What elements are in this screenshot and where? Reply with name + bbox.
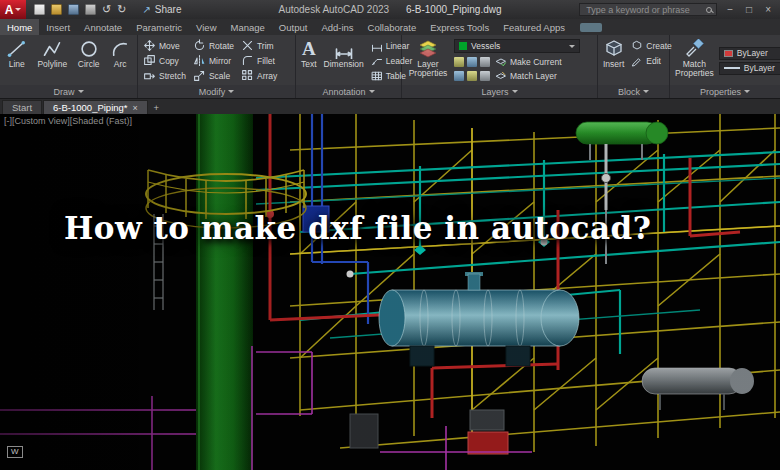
table-icon [371, 70, 383, 82]
text-icon: A [302, 39, 316, 59]
arc-icon [110, 39, 130, 59]
properties-panel-label[interactable]: Properties [670, 85, 780, 98]
ribbon: Line Polyline Circle Arc Draw Move Copy … [0, 35, 780, 99]
green-column [146, 114, 306, 470]
make-current-tool[interactable]: Make Current [493, 55, 564, 70]
close-button[interactable]: × [762, 4, 774, 15]
maximize-button[interactable]: □ [743, 4, 755, 15]
panel-dropdown-icon [78, 90, 84, 93]
minimize-button[interactable]: − [724, 4, 736, 15]
stretch-icon [143, 69, 156, 82]
fillet-tool[interactable]: Fillet [239, 53, 279, 68]
circle-icon [79, 39, 99, 59]
titlebar: A ↺ ↻ ↗ Share Autodesk AutoCAD 2023 6-B-… [0, 0, 780, 19]
plot-icon[interactable] [85, 4, 96, 15]
undo-icon[interactable]: ↺ [102, 4, 111, 15]
tab-output[interactable]: Output [272, 19, 315, 35]
line-icon [7, 39, 27, 59]
panel-layers: Layer Properties Vessels Make Current [402, 35, 598, 98]
arc-tool[interactable]: Arc [108, 38, 132, 85]
panel-annotation: A Text Dimension Linear Leader Table Ann… [296, 35, 402, 98]
file-tab-bar: Start 6-B-1000_Piping* × + [0, 99, 780, 114]
drawing-canvas[interactable]: [-][Custom View][Shaded (Fast)] W How to… [0, 114, 780, 470]
tab-collaborate[interactable]: Collaborate [361, 19, 424, 35]
color-control[interactable]: ByLayer [719, 47, 780, 60]
trim-tool[interactable]: Trim [239, 38, 279, 53]
tab-home[interactable]: Home [0, 19, 39, 35]
layer-properties-icon [417, 39, 439, 59]
tab-add-ins[interactable]: Add-ins [314, 19, 360, 35]
redo-icon[interactable]: ↻ [117, 4, 126, 15]
copy-tool[interactable]: Copy [141, 53, 188, 68]
create-block-tool[interactable]: Create [629, 38, 674, 53]
layer-state-icon[interactable] [480, 71, 490, 81]
tab-document[interactable]: 6-B-1000_Piping* × [43, 100, 148, 114]
polyline-tool[interactable]: Polyline [35, 38, 69, 85]
dimension-tool[interactable]: Dimension [322, 38, 366, 85]
match-properties-tool[interactable]: Match Properties [673, 38, 716, 85]
text-tool[interactable]: A Text [299, 38, 319, 85]
stretch-tool[interactable]: Stretch [141, 68, 188, 83]
edit-block-tool[interactable]: Edit [629, 53, 674, 68]
layer-dropdown[interactable]: Vessels [454, 39, 580, 53]
ribbon-extra-button[interactable] [580, 23, 602, 32]
tab-featured-apps[interactable]: Featured Apps [496, 19, 572, 35]
close-tab-icon[interactable]: × [133, 103, 138, 113]
ribbon-tab-bar: Home Insert Annotate Parametric View Man… [0, 19, 780, 35]
viewport-controls[interactable]: [-][Custom View][Shaded (Fast)] [4, 116, 132, 126]
tab-view[interactable]: View [189, 19, 223, 35]
circle-tool[interactable]: Circle [76, 38, 102, 85]
line-label: Line [9, 60, 25, 69]
modify-panel-label[interactable]: Modify [138, 85, 295, 98]
tab-express-tools[interactable]: Express Tools [423, 19, 496, 35]
search-icon[interactable] [706, 7, 712, 13]
magenta-lines [0, 346, 532, 470]
match-layer-icon [495, 70, 507, 82]
move-tool[interactable]: Move [141, 38, 188, 53]
new-tab-button[interactable]: + [149, 100, 164, 114]
share-button[interactable]: ↗ Share [134, 4, 189, 15]
layer-state-icon[interactable] [467, 71, 477, 81]
layer-state-icon[interactable] [454, 71, 464, 81]
block-panel-label[interactable]: Block [598, 85, 669, 98]
teal-vessel [379, 272, 579, 366]
rotate-icon [193, 39, 206, 52]
panel-dropdown-icon [369, 90, 375, 93]
array-tool[interactable]: Array [239, 68, 279, 83]
tab-start[interactable]: Start [2, 100, 42, 114]
layer-color-swatch [459, 42, 467, 50]
layer-state-icon[interactable] [454, 57, 464, 67]
panel-dropdown-icon [228, 90, 234, 93]
linetype-control[interactable]: ByLayer [719, 62, 780, 75]
color-swatch [724, 50, 733, 57]
app-logo-letter: A [5, 3, 14, 17]
overlay-title: How to make dxf file in autocad? [64, 210, 651, 246]
app-logo-button[interactable]: A [0, 0, 26, 19]
model-viewport-drawing [0, 114, 780, 470]
tab-annotate[interactable]: Annotate [77, 19, 129, 35]
ucs-indicator: W [7, 446, 23, 458]
annotation-panel-label[interactable]: Annotation [296, 85, 401, 98]
app-title: Autodesk AutoCAD 2023 [278, 4, 389, 15]
insert-block-tool[interactable]: Insert [601, 38, 626, 85]
layer-properties-tool[interactable]: Layer Properties [405, 38, 451, 85]
match-layer-tool[interactable]: Match Layer [493, 69, 559, 84]
open-file-icon[interactable] [51, 4, 62, 15]
mirror-tool[interactable]: Mirror [191, 53, 236, 68]
scale-icon [193, 69, 206, 82]
layer-state-icon[interactable] [480, 57, 490, 67]
rotate-tool[interactable]: Rotate [191, 38, 236, 53]
tab-insert[interactable]: Insert [39, 19, 77, 35]
save-icon[interactable] [68, 4, 79, 15]
layers-panel-label[interactable]: Layers [402, 85, 597, 98]
scale-tool[interactable]: Scale [191, 68, 236, 83]
tab-manage[interactable]: Manage [224, 19, 272, 35]
new-file-icon[interactable] [34, 4, 45, 15]
draw-panel-label[interactable]: Draw [0, 85, 137, 98]
match-properties-icon [684, 39, 704, 59]
move-icon [143, 39, 156, 52]
search-input[interactable] [584, 4, 702, 16]
layer-state-icon[interactable] [467, 57, 477, 67]
line-tool[interactable]: Line [5, 38, 29, 85]
tab-parametric[interactable]: Parametric [129, 19, 189, 35]
